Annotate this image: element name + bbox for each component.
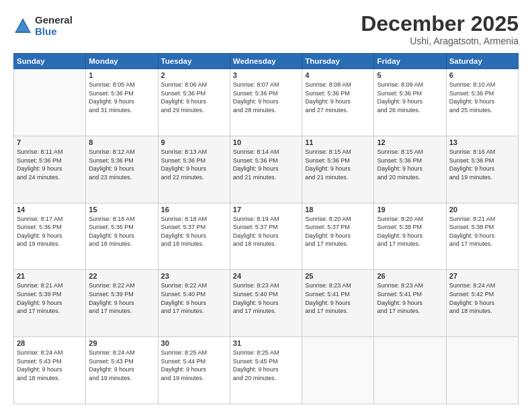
- day-number: 8: [89, 138, 154, 146]
- svg-marker-1: [16, 21, 30, 32]
- day-info: Sunrise: 8:24 AMSunset: 5:43 PMDaylight:…: [89, 349, 154, 382]
- weekday-header-sunday: Sunday: [14, 54, 86, 69]
- calendar-cell: 11Sunrise: 8:15 AMSunset: 5:36 PMDayligh…: [302, 136, 374, 203]
- day-info: Sunrise: 8:24 AMSunset: 5:42 PMDaylight:…: [449, 281, 515, 315]
- day-info: Sunrise: 8:07 AMSunset: 5:36 PMDaylight:…: [233, 81, 299, 114]
- calendar-cell: 31Sunrise: 8:25 AMSunset: 5:45 PMDayligh…: [230, 337, 302, 404]
- location-subtitle: Ushi, Aragatsotn, Armenia: [361, 36, 519, 46]
- day-number: 1: [89, 71, 154, 79]
- calendar-cell: 15Sunrise: 8:18 AMSunset: 5:36 PMDayligh…: [86, 203, 158, 270]
- calendar-cell: 25Sunrise: 8:23 AMSunset: 5:41 PMDayligh…: [302, 270, 374, 337]
- day-number: 27: [449, 272, 515, 280]
- calendar-cell: 10Sunrise: 8:14 AMSunset: 5:36 PMDayligh…: [230, 136, 302, 203]
- day-number: 18: [305, 205, 371, 214]
- day-info: Sunrise: 8:17 AMSunset: 5:36 PMDaylight:…: [17, 215, 83, 248]
- page: General Blue December 2025 Ushi, Aragats…: [0, 0, 532, 411]
- day-info: Sunrise: 8:06 AMSunset: 5:36 PMDaylight:…: [161, 81, 227, 114]
- day-info: Sunrise: 8:11 AMSunset: 5:36 PMDaylight:…: [17, 148, 83, 181]
- calendar-cell: 9Sunrise: 8:13 AMSunset: 5:36 PMDaylight…: [158, 136, 230, 203]
- day-info: Sunrise: 8:24 AMSunset: 5:43 PMDaylight:…: [17, 349, 83, 382]
- day-number: 2: [161, 71, 227, 79]
- weekday-header-row: SundayMondayTuesdayWednesdayThursdayFrid…: [14, 54, 519, 69]
- day-number: 14: [17, 205, 83, 214]
- day-number: 12: [377, 138, 443, 146]
- day-info: Sunrise: 8:23 AMSunset: 5:41 PMDaylight:…: [305, 281, 371, 315]
- calendar-cell: 19Sunrise: 8:20 AMSunset: 5:38 PMDayligh…: [374, 203, 446, 270]
- calendar-week-row: 14Sunrise: 8:17 AMSunset: 5:36 PMDayligh…: [14, 203, 519, 270]
- day-number: 13: [449, 138, 515, 146]
- calendar-cell: [446, 337, 518, 404]
- day-number: 6: [449, 71, 515, 79]
- day-number: 31: [233, 339, 299, 347]
- calendar-cell: 27Sunrise: 8:24 AMSunset: 5:42 PMDayligh…: [446, 270, 518, 337]
- day-info: Sunrise: 8:08 AMSunset: 5:36 PMDaylight:…: [305, 81, 371, 114]
- day-number: 16: [161, 205, 227, 214]
- day-info: Sunrise: 8:14 AMSunset: 5:36 PMDaylight:…: [233, 148, 299, 181]
- day-info: Sunrise: 8:05 AMSunset: 5:36 PMDaylight:…: [89, 81, 154, 114]
- calendar-cell: 5Sunrise: 8:09 AMSunset: 5:36 PMDaylight…: [374, 69, 446, 136]
- calendar-table: SundayMondayTuesdayWednesdayThursdayFrid…: [13, 53, 519, 404]
- day-info: Sunrise: 8:20 AMSunset: 5:38 PMDaylight:…: [377, 215, 443, 248]
- day-number: 7: [17, 138, 83, 146]
- logo-blue-text: Blue: [35, 26, 73, 38]
- calendar-week-row: 21Sunrise: 8:21 AMSunset: 5:39 PMDayligh…: [14, 270, 519, 337]
- calendar-week-row: 7Sunrise: 8:11 AMSunset: 5:36 PMDaylight…: [14, 136, 519, 203]
- day-info: Sunrise: 8:22 AMSunset: 5:40 PMDaylight:…: [161, 281, 227, 315]
- day-number: 17: [233, 205, 299, 214]
- calendar-cell: 21Sunrise: 8:21 AMSunset: 5:39 PMDayligh…: [14, 270, 86, 337]
- weekday-header-tuesday: Tuesday: [158, 54, 230, 69]
- calendar-cell: 28Sunrise: 8:24 AMSunset: 5:43 PMDayligh…: [14, 337, 86, 404]
- day-info: Sunrise: 8:10 AMSunset: 5:36 PMDaylight:…: [449, 81, 515, 114]
- day-info: Sunrise: 8:23 AMSunset: 5:41 PMDaylight:…: [377, 281, 443, 315]
- day-info: Sunrise: 8:09 AMSunset: 5:36 PMDaylight:…: [377, 81, 443, 114]
- calendar-cell: 14Sunrise: 8:17 AMSunset: 5:36 PMDayligh…: [14, 203, 86, 270]
- calendar-cell: 6Sunrise: 8:10 AMSunset: 5:36 PMDaylight…: [446, 69, 518, 136]
- day-info: Sunrise: 8:15 AMSunset: 5:36 PMDaylight:…: [377, 148, 443, 181]
- calendar-cell: 20Sunrise: 8:21 AMSunset: 5:38 PMDayligh…: [446, 203, 518, 270]
- day-number: 24: [233, 272, 299, 280]
- day-info: Sunrise: 8:22 AMSunset: 5:39 PMDaylight:…: [89, 281, 154, 315]
- day-number: 3: [233, 71, 299, 79]
- day-number: 21: [17, 272, 83, 280]
- month-title: December 2025: [361, 12, 519, 36]
- day-info: Sunrise: 8:18 AMSunset: 5:36 PMDaylight:…: [89, 215, 154, 248]
- calendar-cell: 17Sunrise: 8:19 AMSunset: 5:37 PMDayligh…: [230, 203, 302, 270]
- day-number: 20: [449, 205, 515, 214]
- calendar-cell: 13Sunrise: 8:16 AMSunset: 5:36 PMDayligh…: [446, 136, 518, 203]
- day-number: 29: [89, 339, 154, 347]
- calendar-cell: 22Sunrise: 8:22 AMSunset: 5:39 PMDayligh…: [86, 270, 158, 337]
- calendar-cell: 1Sunrise: 8:05 AMSunset: 5:36 PMDaylight…: [86, 69, 158, 136]
- day-info: Sunrise: 8:25 AMSunset: 5:44 PMDaylight:…: [161, 349, 227, 382]
- calendar-cell: 4Sunrise: 8:08 AMSunset: 5:36 PMDaylight…: [302, 69, 374, 136]
- header: General Blue December 2025 Ushi, Aragats…: [13, 12, 519, 46]
- day-number: 19: [377, 205, 443, 214]
- weekday-header-saturday: Saturday: [446, 54, 518, 69]
- calendar-cell: 26Sunrise: 8:23 AMSunset: 5:41 PMDayligh…: [374, 270, 446, 337]
- day-info: Sunrise: 8:21 AMSunset: 5:39 PMDaylight:…: [17, 281, 83, 315]
- calendar-cell: 16Sunrise: 8:18 AMSunset: 5:37 PMDayligh…: [158, 203, 230, 270]
- calendar-cell: 30Sunrise: 8:25 AMSunset: 5:44 PMDayligh…: [158, 337, 230, 404]
- calendar-cell: 29Sunrise: 8:24 AMSunset: 5:43 PMDayligh…: [86, 337, 158, 404]
- calendar-week-row: 28Sunrise: 8:24 AMSunset: 5:43 PMDayligh…: [14, 337, 519, 404]
- day-info: Sunrise: 8:18 AMSunset: 5:37 PMDaylight:…: [161, 215, 227, 248]
- calendar-cell: 12Sunrise: 8:15 AMSunset: 5:36 PMDayligh…: [374, 136, 446, 203]
- day-number: 5: [377, 71, 443, 79]
- title-block: December 2025 Ushi, Aragatsotn, Armenia: [361, 12, 519, 46]
- weekday-header-thursday: Thursday: [302, 54, 374, 69]
- calendar-cell: 2Sunrise: 8:06 AMSunset: 5:36 PMDaylight…: [158, 69, 230, 136]
- calendar-cell: [14, 69, 86, 136]
- weekday-header-friday: Friday: [374, 54, 446, 69]
- day-info: Sunrise: 8:21 AMSunset: 5:38 PMDaylight:…: [449, 215, 515, 248]
- day-number: 30: [161, 339, 227, 347]
- logo: General Blue: [13, 15, 73, 37]
- day-info: Sunrise: 8:13 AMSunset: 5:36 PMDaylight:…: [161, 148, 227, 181]
- day-number: 10: [233, 138, 299, 146]
- day-number: 23: [161, 272, 227, 280]
- day-number: 26: [377, 272, 443, 280]
- calendar-cell: 18Sunrise: 8:20 AMSunset: 5:37 PMDayligh…: [302, 203, 374, 270]
- day-number: 25: [305, 272, 371, 280]
- calendar-cell: [302, 337, 374, 404]
- day-info: Sunrise: 8:12 AMSunset: 5:36 PMDaylight:…: [89, 148, 154, 181]
- day-number: 11: [305, 138, 371, 146]
- day-number: 4: [305, 71, 371, 79]
